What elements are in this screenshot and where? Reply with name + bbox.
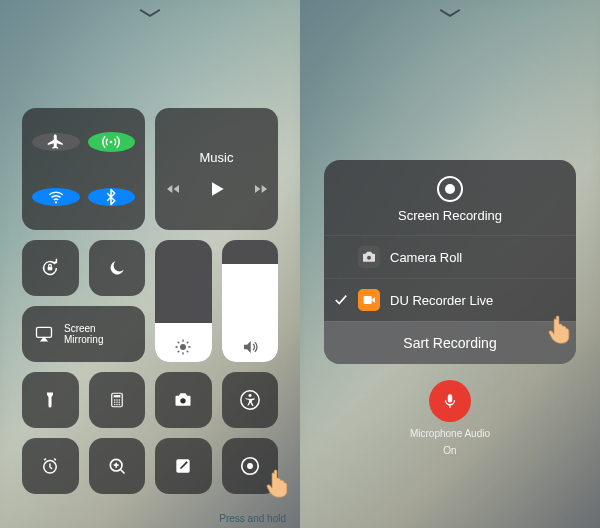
control-center-grid: Music Screen Mirroring	[22, 108, 278, 494]
screen-recording-sheet: Screen Recording Camera Roll DU Recorder…	[324, 160, 576, 364]
airplay-icon	[34, 324, 54, 344]
screen-mirroring-button[interactable]: Screen Mirroring	[22, 306, 145, 362]
bluetooth-icon	[102, 188, 120, 206]
orientation-lock-icon	[39, 257, 61, 279]
calculator-button[interactable]	[89, 372, 146, 428]
calculator-icon	[108, 391, 126, 409]
rewind-icon[interactable]	[165, 181, 181, 197]
sheet-header: Screen Recording	[324, 160, 576, 235]
svg-rect-26	[448, 394, 453, 402]
music-controls	[165, 179, 269, 199]
accessibility-button[interactable]	[222, 372, 279, 428]
svg-point-13	[114, 404, 116, 406]
check-icon	[334, 293, 348, 307]
chevron-down-icon[interactable]	[439, 8, 461, 18]
camera-button[interactable]	[155, 372, 212, 428]
magnifier-button[interactable]	[89, 438, 146, 494]
svg-point-8	[116, 399, 118, 401]
microphone-icon	[441, 392, 459, 410]
microphone-toggle[interactable]	[429, 380, 471, 422]
alarm-icon	[40, 456, 60, 476]
orientation-lock-toggle[interactable]	[22, 240, 79, 296]
svg-rect-2	[48, 267, 53, 271]
moon-icon	[107, 258, 127, 278]
svg-point-4	[180, 344, 186, 350]
brightness-icon	[155, 338, 212, 356]
record-icon	[239, 455, 261, 477]
chevron-down-icon[interactable]	[139, 8, 161, 18]
microphone-toggle-section: Microphone Audio On	[300, 380, 600, 456]
airplane-icon	[47, 133, 65, 151]
do-not-disturb-toggle[interactable]	[89, 240, 146, 296]
option-label: Camera Roll	[390, 250, 462, 265]
connectivity-tile	[22, 108, 145, 230]
svg-point-10	[114, 402, 116, 404]
timer-button[interactable]	[22, 438, 79, 494]
flashlight-icon	[41, 391, 59, 409]
svg-rect-3	[37, 327, 52, 337]
screen-recording-sheet-screenshot-right: Screen Recording Camera Roll DU Recorder…	[300, 0, 600, 528]
camera-roll-app-icon	[358, 246, 380, 268]
svg-point-11	[116, 402, 118, 404]
control-center-screenshot-left: Music Screen Mirroring	[0, 0, 300, 528]
camera-icon	[173, 390, 193, 410]
svg-rect-6	[113, 395, 120, 397]
svg-point-18	[248, 394, 251, 397]
start-recording-label: Sart Recording	[403, 335, 496, 351]
wifi-icon	[47, 188, 65, 206]
du-recorder-app-icon	[358, 289, 380, 311]
sheet-title: Screen Recording	[398, 208, 502, 223]
volume-icon	[222, 338, 279, 356]
bluetooth-toggle[interactable]	[88, 188, 136, 206]
microphone-label-line2: On	[443, 445, 456, 456]
antenna-icon	[101, 132, 121, 152]
magnifier-icon	[107, 456, 127, 476]
svg-rect-25	[364, 296, 372, 304]
fastforward-icon[interactable]	[253, 181, 269, 197]
play-icon[interactable]	[207, 179, 227, 199]
svg-point-14	[116, 404, 118, 406]
option-camera-roll[interactable]: Camera Roll	[324, 235, 576, 278]
compose-icon	[173, 456, 193, 476]
svg-point-1	[55, 201, 57, 203]
svg-point-0	[110, 140, 113, 143]
press-and-hold-hint: Press and hold	[219, 513, 286, 524]
svg-point-7	[114, 399, 116, 401]
record-icon	[437, 176, 463, 202]
music-tile[interactable]: Music	[155, 108, 278, 230]
svg-point-12	[118, 402, 120, 404]
screen-record-button[interactable]	[222, 438, 279, 494]
notes-button[interactable]	[155, 438, 212, 494]
cellular-data-toggle[interactable]	[88, 132, 136, 152]
microphone-label-line1: Microphone Audio	[410, 428, 490, 439]
start-recording-button[interactable]: Sart Recording	[324, 321, 576, 364]
music-label: Music	[200, 150, 234, 165]
svg-point-9	[118, 399, 120, 401]
accessibility-icon	[239, 389, 261, 411]
volume-slider[interactable]	[222, 240, 279, 362]
screen-mirroring-label: Screen Mirroring	[64, 323, 103, 346]
svg-point-16	[181, 398, 186, 403]
svg-point-24	[367, 256, 371, 260]
svg-point-15	[118, 404, 120, 406]
brightness-slider[interactable]	[155, 240, 212, 362]
option-du-recorder[interactable]: DU Recorder Live	[324, 278, 576, 321]
flashlight-button[interactable]	[22, 372, 79, 428]
svg-point-23	[247, 463, 253, 469]
wifi-toggle[interactable]	[32, 188, 80, 206]
option-label: DU Recorder Live	[390, 293, 493, 308]
airplane-mode-toggle[interactable]	[32, 133, 80, 151]
